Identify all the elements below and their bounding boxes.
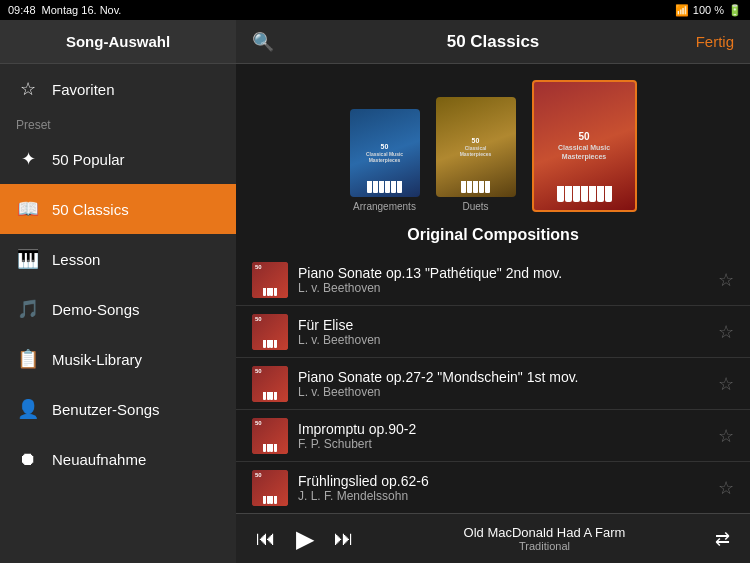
song-info-4: Impromptu op.90-2 F. P. Schubert [298, 421, 708, 451]
song-info-1: Piano Sonate op.13 "Pathétique" 2nd mov.… [298, 265, 708, 295]
battery-icon: 🔋 [728, 4, 742, 17]
song-item-1[interactable]: 50 Piano Sonate op.13 "Pathétique" 2nd m… [236, 254, 750, 306]
sidebar-label-50popular: 50 Popular [52, 151, 125, 168]
sidebar-item-lesson[interactable]: 🎹 Lesson [0, 234, 236, 284]
content-title: 50 Classics [332, 32, 654, 52]
sidebar-label-neuaufnahme: Neuaufnahme [52, 451, 146, 468]
song-title-4: Impromptu op.90-2 [298, 421, 708, 437]
now-playing-artist: Traditional [519, 540, 570, 552]
song-title-3: Piano Sonate op.27-2 "Mondschein" 1st mo… [298, 369, 708, 385]
song-artist-1: L. v. Beethoven [298, 281, 708, 295]
favorite-star-5[interactable]: ☆ [718, 477, 734, 499]
section-title: Original Compositions [236, 220, 750, 254]
library-icon: 📋 [16, 347, 40, 371]
albums-row: 50 Classical Music Masterpieces Arrangem… [236, 64, 750, 220]
song-artist-5: J. L. F. Mendelssohn [298, 489, 708, 503]
sidebar-items: ☆ Favoriten Preset ✦ 50 Popular 📖 50 Cla… [0, 64, 236, 563]
main-layout: Song-Auswahl ☆ Favoriten Preset ✦ 50 Pop… [0, 20, 750, 563]
user-icon: 👤 [16, 397, 40, 421]
song-thumb-5: 50 [252, 470, 288, 506]
song-thumb-4: 50 [252, 418, 288, 454]
sidebar-item-favoriten[interactable]: ☆ Favoriten [0, 64, 236, 114]
record-icon: ⏺ [16, 447, 40, 471]
song-artist-2: L. v. Beethoven [298, 333, 708, 347]
song-thumb-1: 50 [252, 262, 288, 298]
content-area: 🔍 50 Classics Fertig 50 Classical Music … [236, 20, 750, 563]
favorite-star-2[interactable]: ☆ [718, 321, 734, 343]
status-date: Montag 16. Nov. [42, 4, 122, 16]
album-cover-original[interactable]: 50 Classical Music Masterpieces [532, 80, 637, 212]
album-label-duets: Duets [462, 201, 488, 212]
done-button[interactable]: Fertig [696, 33, 734, 50]
sidebar-item-demo-songs[interactable]: 🎵 Demo-Songs [0, 284, 236, 334]
song-thumb-3: 50 [252, 366, 288, 402]
album-cover-duets[interactable]: 50 Classical Masterpieces [436, 97, 516, 197]
sidebar-item-50popular[interactable]: ✦ 50 Popular [0, 134, 236, 184]
song-list[interactable]: 50 Piano Sonate op.13 "Pathétique" 2nd m… [236, 254, 750, 513]
classics-icon: 📖 [16, 197, 40, 221]
song-title-5: Frühlingslied op.62-6 [298, 473, 708, 489]
status-time: 09:48 [8, 4, 36, 16]
song-item-3[interactable]: 50 Piano Sonate op.27-2 "Mondschein" 1st… [236, 358, 750, 410]
song-item-4[interactable]: 50 Impromptu op.90-2 F. P. Schubert [236, 410, 750, 462]
status-bar: 09:48 Montag 16. Nov. 📶 100 % 🔋 [0, 0, 750, 20]
battery-percent: 100 % [693, 4, 724, 16]
sidebar-label-benutzer: Benutzer-Songs [52, 401, 160, 418]
album-label-arrangements: Arrangements [353, 201, 416, 212]
prev-button[interactable]: ⏮ [256, 527, 276, 550]
star-icon: ☆ [16, 77, 40, 101]
song-info-2: Für Elise L. v. Beethoven [298, 317, 708, 347]
sidebar: Song-Auswahl ☆ Favoriten Preset ✦ 50 Pop… [0, 20, 236, 563]
song-item-5[interactable]: 50 Frühlingslied op.62-6 J. L. F. Mendel [236, 462, 750, 513]
sidebar-item-benutzer-songs[interactable]: 👤 Benutzer-Songs [0, 384, 236, 434]
favorite-star-1[interactable]: ☆ [718, 269, 734, 291]
sidebar-item-50classics[interactable]: 📖 50 Classics [0, 184, 236, 234]
album-cover-arrangements[interactable]: 50 Classical Music Masterpieces [350, 109, 420, 197]
album-original[interactable]: 50 Classical Music Masterpieces [532, 80, 637, 212]
bottom-bar: ⏮ ▶ ⏭ Old MacDonald Had A Farm Tradition… [236, 513, 750, 563]
search-button[interactable]: 🔍 [252, 31, 274, 53]
song-title-1: Piano Sonate op.13 "Pathétique" 2nd mov. [298, 265, 708, 281]
content-header: 🔍 50 Classics Fertig [236, 20, 750, 64]
sidebar-label-50classics: 50 Classics [52, 201, 129, 218]
sidebar-preset-section: Preset [0, 114, 236, 134]
song-title-2: Für Elise [298, 317, 708, 333]
song-item-2[interactable]: 50 Für Elise L. v. Beethoven [236, 306, 750, 358]
sidebar-item-neuaufnahme[interactable]: ⏺ Neuaufnahme [0, 434, 236, 484]
album-arrangements[interactable]: 50 Classical Music Masterpieces Arrangem… [350, 109, 420, 212]
repeat-button[interactable]: ⇄ [715, 528, 730, 550]
now-playing-title: Old MacDonald Had A Farm [464, 525, 626, 540]
sidebar-label-favoriten: Favoriten [52, 81, 115, 98]
sidebar-label-lesson: Lesson [52, 251, 100, 268]
sidebar-item-musik-library[interactable]: 📋 Musik-Library [0, 334, 236, 384]
favorite-star-4[interactable]: ☆ [718, 425, 734, 447]
demo-icon: 🎵 [16, 297, 40, 321]
song-info-3: Piano Sonate op.27-2 "Mondschein" 1st mo… [298, 369, 708, 399]
sidebar-title: Song-Auswahl [66, 33, 170, 50]
song-artist-4: F. P. Schubert [298, 437, 708, 451]
wifi-icon: 📶 [675, 4, 689, 17]
sidebar-header: Song-Auswahl [0, 20, 236, 64]
sidebar-label-library: Musik-Library [52, 351, 142, 368]
song-thumb-2: 50 [252, 314, 288, 350]
play-button[interactable]: ▶ [296, 525, 314, 553]
next-button[interactable]: ⏭ [334, 527, 354, 550]
popular-icon: ✦ [16, 147, 40, 171]
playback-controls: ⏮ ▶ ⏭ [256, 525, 354, 553]
album-duets[interactable]: 50 Classical Masterpieces Duets [436, 97, 516, 212]
lesson-icon: 🎹 [16, 247, 40, 271]
now-playing: Old MacDonald Had A Farm Traditional [374, 525, 715, 552]
favorite-star-3[interactable]: ☆ [718, 373, 734, 395]
sidebar-label-demo: Demo-Songs [52, 301, 140, 318]
song-info-5: Frühlingslied op.62-6 J. L. F. Mendelsso… [298, 473, 708, 503]
song-artist-3: L. v. Beethoven [298, 385, 708, 399]
